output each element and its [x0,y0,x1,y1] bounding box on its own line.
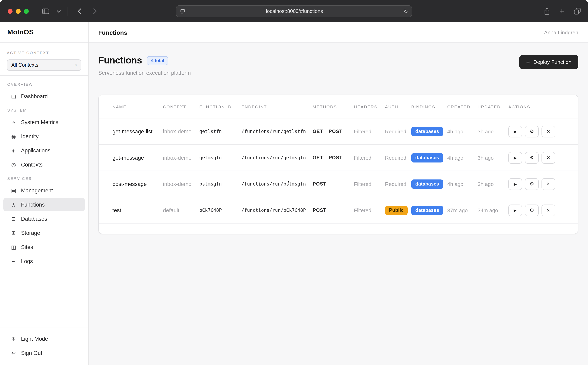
sidebar-item-management[interactable]: ▣ Management [3,183,85,197]
browser-window: localhost:8000/#functions ↻ + [0,0,588,365]
function-id: getlstfn [199,128,241,134]
deploy-function-button[interactable]: + Deploy Function [519,55,578,69]
function-context: default [163,207,199,213]
reload-icon[interactable]: ↻ [404,9,408,14]
function-endpoint: /functions/run/pstmsgfn [241,181,313,187]
sidebar-item-storage[interactable]: ⊞ Storage [3,226,85,240]
binding-badge: databases [411,179,443,189]
function-created: 4h ago [447,181,478,187]
databases-icon: ⊡ [11,216,17,221]
run-function-button[interactable]: ▶ [508,204,522,216]
function-auth: Required [385,154,411,161]
function-created: 37m ago [447,207,478,213]
delete-function-button[interactable]: ✕ [541,152,555,163]
forward-button[interactable] [89,6,100,17]
dashboard-icon: ▢ [11,94,17,99]
new-tab-icon[interactable]: + [560,7,564,15]
function-headers: Filtered [354,207,385,213]
browser-toolbar: localhost:8000/#functions ↻ + [0,0,588,22]
contexts-icon: ◎ [11,162,17,167]
settings-function-button[interactable]: ⚙ [525,126,539,137]
method-label: POST [313,181,326,187]
logs-icon: ⊟ [11,259,17,264]
settings-function-button[interactable]: ⚙ [525,178,539,190]
function-context: inbox-demo [163,128,199,134]
section-label-system: SYSTEM [3,108,85,112]
delete-function-button[interactable]: ✕ [541,204,555,216]
sidebar-nav: OVERVIEW ▢ Dashboard SYSTEM ◔ System Met… [0,76,88,327]
method-label: POST [329,128,342,134]
sun-icon: ☀ [11,336,17,341]
delete-function-button[interactable]: ✕ [541,126,555,137]
column-header-updated: UPDATED [478,104,508,109]
run-function-button[interactable]: ▶ [508,126,522,137]
function-headers: Filtered [354,128,385,134]
sites-icon: ◫ [11,244,17,250]
function-bindings: databases [411,179,447,189]
function-updated: 34m ago [478,207,508,213]
sidebar-item-applications[interactable]: ◈ Applications [3,143,85,157]
sign-out-icon: ↩ [11,350,17,356]
sidebar-item-logs[interactable]: ⊟ Logs [3,254,85,268]
table-row: get-message inbox-demo getmsgfn /functio… [99,145,578,171]
share-icon[interactable] [544,7,550,15]
light-mode-toggle[interactable]: ☀ Light Mode [3,332,85,346]
function-endpoint: /functions/run/getlstfn [241,128,313,134]
sidebar-item-dashboard[interactable]: ▢ Dashboard [3,89,85,103]
section-label-overview: OVERVIEW [3,82,85,86]
reader-view-icon[interactable] [180,9,185,14]
function-name: get-message [113,154,163,161]
sidebar-item-system-metrics[interactable]: ◔ System Metrics [3,115,85,129]
minimize-window-button[interactable] [16,9,21,14]
sidebar-item-sites[interactable]: ◫ Sites [3,240,85,254]
sidebar-item-contexts[interactable]: ◎ Contexts [3,158,85,171]
binding-badge: databases [411,153,443,162]
column-header-actions: ACTIONS [508,104,566,109]
settings-function-button[interactable]: ⚙ [525,152,539,163]
delete-function-button[interactable]: ✕ [541,178,555,190]
column-header-created: CREATED [447,104,478,109]
user-name: Anna Lindgren [544,29,578,35]
column-header-bindings: BINDINGS [411,104,447,109]
zoom-window-button[interactable] [24,9,29,14]
traffic-lights [8,9,29,14]
binding-badge: databases [411,127,443,136]
context-select-value: All Contexts [11,62,38,68]
method-label: GET [313,128,323,134]
sign-out-button[interactable]: ↩ Sign Out [3,346,85,360]
sidebar-item-databases[interactable]: ⊡ Databases [3,212,85,225]
back-button[interactable] [74,6,85,17]
function-name: test [113,207,163,213]
function-created: 4h ago [447,128,478,134]
close-window-button[interactable] [8,9,13,14]
management-icon: ▣ [11,188,17,193]
binding-badge: databases [411,205,443,215]
function-headers: Filtered [354,181,385,187]
tab-overview-icon[interactable] [574,8,581,14]
column-header-auth: AUTH [385,104,411,109]
function-id: getmsgfn [199,155,241,161]
sidebar-toggle-icon[interactable] [40,6,51,17]
sidebar-item-functions[interactable]: λ Functions [3,198,85,211]
context-select[interactable]: All Contexts ▾ [7,59,81,71]
page-title: Functions [98,29,127,36]
function-auth: Required [385,128,411,134]
settings-function-button[interactable]: ⚙ [525,204,539,216]
column-header-context: CONTEXT [163,104,199,109]
function-name: post-message [113,181,163,187]
function-updated: 3h ago [478,181,508,187]
run-function-button[interactable]: ▶ [508,178,522,190]
mouse-cursor [288,181,289,182]
row-actions: ▶ ⚙ ✕ [508,126,566,137]
function-endpoint: /functions/run/pCk7C48P [241,207,313,213]
table-header-row: NAME CONTEXT FUNCTION ID ENDPOINT METHOD… [99,95,578,119]
chevron-down-icon[interactable] [55,6,62,17]
method-label: POST [329,155,342,161]
run-function-button[interactable]: ▶ [508,152,522,163]
address-bar[interactable]: localhost:8000/#functions ↻ [176,5,412,17]
function-auth: Public [385,205,408,215]
sidebar-item-identity[interactable]: ◉ Identity [3,129,85,143]
function-methods: POST [313,181,354,187]
row-actions: ▶ ⚙ ✕ [508,152,566,163]
table-row: get-message-list inbox-demo getlstfn /fu… [99,119,578,145]
